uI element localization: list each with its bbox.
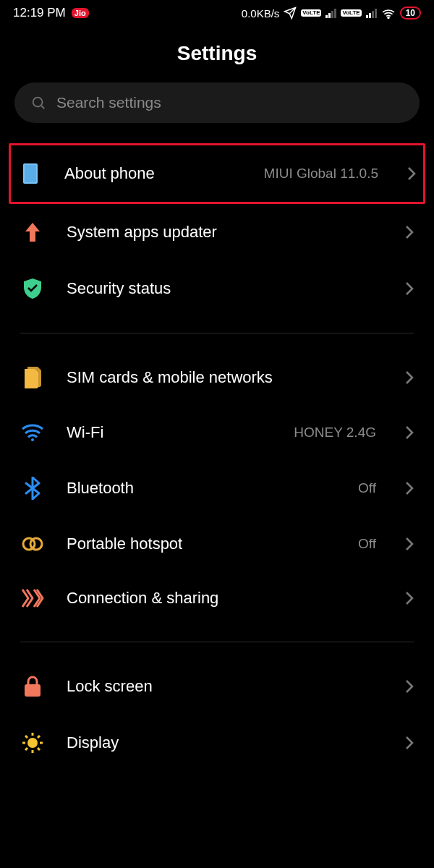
svg-point-9	[27, 738, 38, 748]
svg-point-0	[388, 17, 389, 18]
sim-icon	[20, 367, 45, 388]
battery-indicator: 10	[400, 7, 421, 20]
item-detail: Off	[358, 480, 376, 496]
svg-line-17	[38, 736, 40, 738]
item-detail: MIUI Global 11.0.5	[264, 166, 378, 182]
item-detail: Off	[358, 536, 376, 552]
shield-check-icon	[20, 278, 45, 299]
item-label: Connection & sharing	[67, 589, 383, 608]
bluetooth-icon	[20, 477, 45, 500]
svg-point-1	[33, 98, 43, 107]
svg-rect-8	[25, 684, 41, 697]
send-icon	[284, 7, 297, 20]
svg-line-15	[38, 748, 40, 750]
svg-point-7	[30, 538, 42, 550]
item-wifi[interactable]: Wi-Fi HONEY 2.4G	[16, 406, 418, 459]
wifi-icon	[20, 423, 45, 442]
chevron-right-icon	[405, 225, 414, 239]
item-lock-screen[interactable]: Lock screen	[16, 658, 418, 715]
chevron-right-icon	[405, 591, 414, 605]
chevron-right-icon	[405, 481, 414, 495]
brightness-icon	[20, 732, 45, 754]
item-label: About phone	[64, 164, 242, 183]
signal-icon-2	[366, 8, 377, 18]
item-connection-sharing[interactable]: Connection & sharing	[16, 571, 418, 626]
hotspot-icon	[20, 535, 45, 553]
carrier-badge: Jio	[72, 8, 89, 18]
svg-line-14	[25, 736, 27, 738]
search-bar[interactable]	[14, 82, 420, 123]
divider	[20, 642, 414, 642]
item-bluetooth[interactable]: Bluetooth Off	[16, 459, 418, 517]
status-bar: 12:19 PM Jio 0.0KB/s VoLTE VoLTE 10	[0, 0, 434, 23]
svg-rect-4	[25, 165, 36, 182]
chevron-right-icon	[405, 281, 414, 296]
item-about-phone[interactable]: About phone MIUI Global 11.0.5	[9, 143, 425, 204]
item-system-apps-updater[interactable]: System apps updater	[16, 204, 418, 260]
chevron-right-icon	[405, 370, 414, 385]
item-label: Display	[67, 733, 383, 752]
chevron-right-icon	[405, 425, 414, 440]
data-rate: 0.0KB/s	[242, 7, 280, 20]
item-label: System apps updater	[67, 223, 383, 242]
wifi-status-icon	[381, 7, 396, 19]
lock-icon	[20, 676, 45, 697]
svg-line-16	[25, 748, 27, 750]
chevron-right-icon	[405, 679, 414, 694]
status-time: 12:19 PM	[13, 6, 66, 20]
page-title: Settings	[0, 42, 434, 65]
svg-line-2	[41, 106, 44, 109]
volte-badge-1: VoLTE	[301, 9, 321, 17]
svg-point-5	[31, 438, 34, 441]
item-sim-cards[interactable]: SIM cards & mobile networks	[16, 349, 418, 406]
item-display[interactable]: Display	[16, 715, 418, 754]
divider	[20, 333, 414, 333]
item-label: Security status	[67, 279, 383, 298]
volte-badge-2: VoLTE	[341, 9, 361, 17]
item-label: Portable hotspot	[67, 535, 336, 553]
item-detail: HONEY 2.4G	[294, 425, 376, 441]
chevron-right-icon	[405, 537, 414, 551]
item-portable-hotspot[interactable]: Portable hotspot Off	[16, 517, 418, 571]
item-label: Lock screen	[67, 677, 383, 696]
connection-icon	[20, 588, 45, 608]
signal-icon-1	[326, 8, 336, 18]
search-input[interactable]	[56, 94, 404, 111]
item-label: Wi-Fi	[67, 423, 272, 442]
settings-list: About phone MIUI Global 11.0.5 System ap…	[0, 143, 434, 754]
item-label: Bluetooth	[67, 479, 336, 498]
phone-icon	[18, 163, 43, 184]
item-security-status[interactable]: Security status	[16, 260, 418, 317]
chevron-right-icon	[405, 736, 414, 750]
item-label: SIM cards & mobile networks	[67, 368, 383, 387]
update-arrow-icon	[20, 221, 45, 243]
search-icon	[30, 95, 46, 111]
chevron-right-icon	[407, 166, 416, 181]
